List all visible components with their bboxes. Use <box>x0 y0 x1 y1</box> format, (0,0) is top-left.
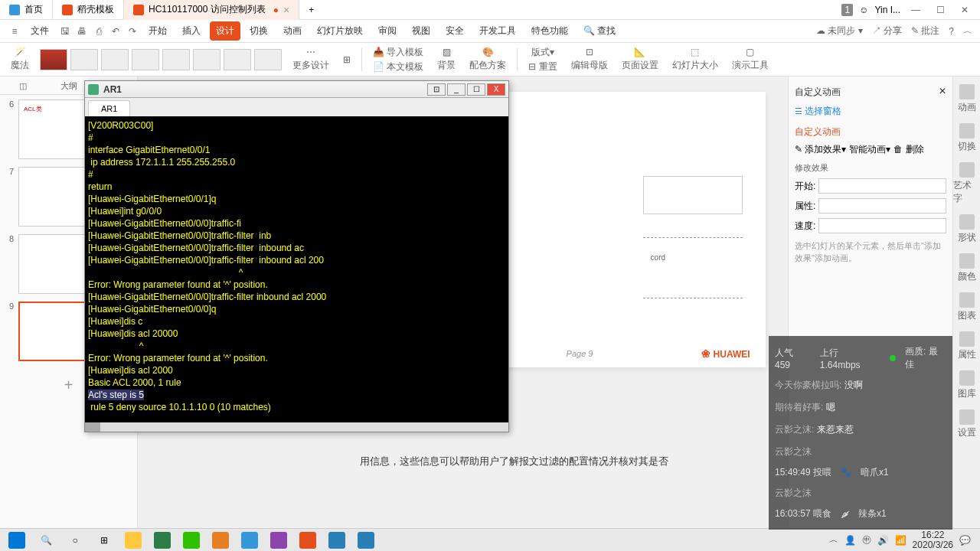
tool-slide-size[interactable]: ⬚幻灯片大小 <box>669 47 721 72</box>
theme-thumb-2[interactable] <box>70 49 98 70</box>
terminal-maximize-icon[interactable]: ☐ <box>467 83 485 96</box>
fr-art[interactable]: 艺术字 <box>953 162 980 205</box>
notification-icon[interactable]: 💬 <box>959 535 971 546</box>
window-minimize-icon[interactable]: — <box>906 2 925 18</box>
window-close-icon[interactable]: ✕ <box>956 2 974 18</box>
fr-set[interactable]: 设置 <box>958 409 976 439</box>
theme-thumb-6[interactable] <box>193 49 220 70</box>
tool-edit-master[interactable]: ⊡编辑母版 <box>568 47 611 72</box>
window-maximize-icon[interactable]: ☐ <box>931 2 949 18</box>
tool-demo[interactable]: ▢演示工具 <box>729 47 772 72</box>
collapse-icon[interactable]: ︿ <box>963 24 972 37</box>
panel-close-icon[interactable]: ✕ <box>939 86 946 99</box>
ensp-icon-1[interactable] <box>323 530 351 550</box>
taskview-icon[interactable]: ⊞ <box>90 530 118 550</box>
ensp-icon-2[interactable] <box>352 530 380 550</box>
explorer-icon[interactable] <box>119 530 147 550</box>
property-select[interactable] <box>818 198 946 214</box>
menu-animation[interactable]: 动画 <box>277 21 308 41</box>
save-icon[interactable]: 🖫 <box>58 24 72 38</box>
terminal-window[interactable]: AR1 ⊡ _ ☐ X AR1 [V200R003C00] # interfac… <box>84 80 509 432</box>
terminal-scrollbar[interactable] <box>85 422 508 432</box>
tab-close-icon[interactable]: × <box>283 4 289 16</box>
theme-thumb-5[interactable] <box>162 49 190 70</box>
menu-view[interactable]: 视图 <box>406 21 436 41</box>
tray-volume-icon[interactable]: 📶 <box>895 535 906 546</box>
select-pane-button[interactable]: ☰ 选择窗格 <box>795 102 946 121</box>
share-button[interactable]: ↗ 分享 <box>872 24 902 37</box>
user-avatar[interactable]: ☺ <box>859 5 868 15</box>
demo-icon: ▢ <box>746 47 754 57</box>
theme-thumb-3[interactable] <box>101 49 129 70</box>
terminal-extra-icon[interactable]: ⊡ <box>427 83 446 96</box>
tool-magic[interactable]: 🪄 魔法 <box>8 47 32 72</box>
theme-thumb-7[interactable] <box>224 49 251 70</box>
menu-review[interactable]: 审阅 <box>372 21 403 41</box>
wps-icon[interactable] <box>294 530 322 550</box>
help-icon[interactable]: ? <box>949 26 954 37</box>
printpreview-icon[interactable]: ⎙ <box>92 24 106 38</box>
fr-shape[interactable]: 形状 <box>958 214 976 244</box>
tray-ime-icon[interactable]: ㊥ <box>862 533 871 546</box>
tray-people-icon[interactable]: 👤 <box>844 535 856 546</box>
terminal-body[interactable]: [V200R003C00] # interface GigabitEtherne… <box>85 116 508 422</box>
menu-start[interactable]: 开始 <box>142 21 173 41</box>
edge-icon[interactable] <box>149 530 176 550</box>
tool-layout[interactable]: 版式▾⊟ 重置 <box>525 46 560 73</box>
add-effect-button[interactable]: ✎ 添加效果▾ <box>795 143 846 156</box>
search-icon[interactable]: 🔍 <box>32 530 60 550</box>
theme-thumb-4[interactable] <box>132 49 159 70</box>
menu-search[interactable]: 🔍 查找 <box>577 21 622 41</box>
undo-icon[interactable]: ↶ <box>109 24 122 38</box>
menu-security[interactable]: 安全 <box>439 21 470 41</box>
smart-anim-button[interactable]: 智能动画▾ <box>849 143 890 156</box>
tray-chevron-icon[interactable]: ︿ <box>829 533 838 546</box>
menu-special[interactable]: 特色功能 <box>525 21 574 41</box>
app-icon-2[interactable] <box>236 530 263 550</box>
tool-color-scheme[interactable]: 🎨配色方案 <box>466 47 509 72</box>
cortana-icon[interactable]: ○ <box>61 530 89 550</box>
tool-page-setup[interactable]: 📐页面设置 <box>619 47 662 72</box>
menu-design[interactable]: 设计 <box>210 21 240 41</box>
app-icon-1[interactable] <box>207 530 234 550</box>
fr-color[interactable]: 颜色 <box>958 253 976 283</box>
tab-home[interactable]: 首页 <box>0 0 53 20</box>
terminal-minimize-icon[interactable]: _ <box>447 83 466 96</box>
speed-select[interactable] <box>818 218 946 233</box>
tool-grid[interactable]: ⊞ <box>340 54 354 65</box>
menu-transition[interactable]: 切换 <box>243 21 274 41</box>
tool-background[interactable]: ▨背景 <box>434 47 459 72</box>
annotate-button[interactable]: ✎ 批注 <box>911 24 939 37</box>
tray-network-icon[interactable]: 🔊 <box>877 535 889 546</box>
sidebar-tab-unknown[interactable]: ◫ <box>0 77 46 94</box>
menu-file[interactable]: 文件 <box>24 21 55 41</box>
fr-lib[interactable]: 图库 <box>958 370 976 400</box>
sync-status[interactable]: ☁ 未同步 ▾ <box>816 24 863 37</box>
tool-import-template[interactable]: 📥 导入模板📄 本文模板 <box>370 46 426 73</box>
terminal-close-icon[interactable]: X <box>487 83 505 96</box>
terminal-titlebar[interactable]: AR1 ⊡ _ ☐ X <box>85 81 508 98</box>
theme-thumb-8[interactable] <box>254 49 282 70</box>
fr-switch[interactable]: 切换 <box>958 123 976 153</box>
hamburger-icon[interactable]: ≡ <box>8 24 21 38</box>
print-icon[interactable]: 🖶 <box>75 24 89 38</box>
redo-icon[interactable]: ↷ <box>126 24 139 38</box>
delete-button[interactable]: 🗑 删除 <box>893 143 923 156</box>
wechat-icon[interactable] <box>178 530 205 550</box>
tool-more-design[interactable]: ⋯更多设计 <box>289 47 332 72</box>
start-select[interactable] <box>818 178 946 194</box>
tab-template[interactable]: 稻壳模板 <box>53 0 124 20</box>
menu-slideshow[interactable]: 幻灯片放映 <box>311 21 369 41</box>
fr-chart[interactable]: 图表 <box>958 292 976 322</box>
menu-insert[interactable]: 插入 <box>176 21 207 41</box>
menu-dev[interactable]: 开发工具 <box>473 21 522 41</box>
tab-document[interactable]: HC110117000 访问控制列表 ● × <box>124 0 299 20</box>
start-menu-icon[interactable] <box>3 530 31 550</box>
tab-add[interactable]: + <box>299 0 323 20</box>
app-icon-3[interactable] <box>265 530 292 550</box>
terminal-tab-ar1[interactable]: AR1 <box>88 100 130 116</box>
theme-thumb-1[interactable] <box>40 49 67 70</box>
fr-anim[interactable]: 动画 <box>958 84 976 114</box>
clock[interactable]: 16:22 2020/3/26 <box>913 530 953 550</box>
fr-prop[interactable]: 属性 <box>958 331 976 361</box>
